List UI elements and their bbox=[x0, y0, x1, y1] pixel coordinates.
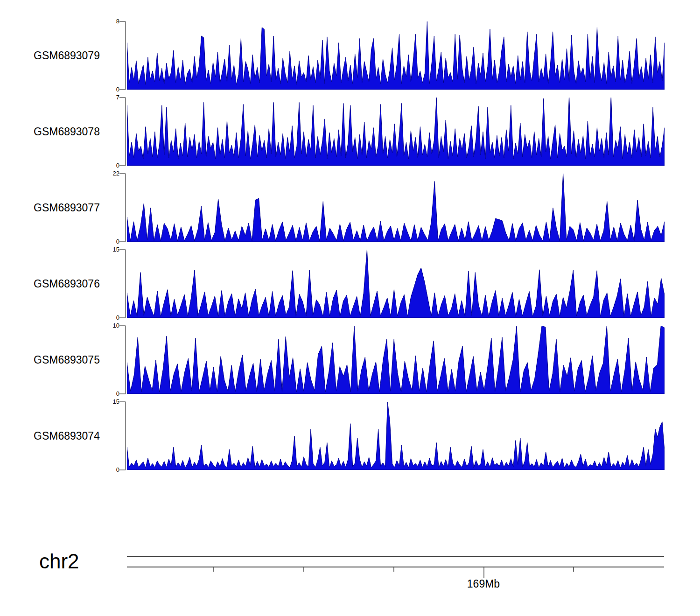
signal-area-chart bbox=[127, 174, 665, 242]
track-label: GSM6893077 bbox=[34, 201, 113, 214]
signal-polygon bbox=[127, 21, 665, 90]
signal-area-chart bbox=[127, 21, 665, 90]
ruler-tick bbox=[213, 567, 214, 572]
y-axis-max-label: 22 bbox=[96, 169, 119, 178]
y-axis-max-label: 15 bbox=[96, 245, 119, 254]
y-axis-zero-label: 0 bbox=[96, 390, 119, 398]
y-axis-zero-label: 0 bbox=[96, 238, 119, 246]
y-axis-max-label: 15 bbox=[96, 398, 119, 406]
signal-area-chart bbox=[127, 98, 665, 166]
track-label: GSM6893078 bbox=[34, 125, 113, 138]
genome-track-plot: GSM6893079 8 0 GSM6893078 7 0 GSM6893077… bbox=[0, 0, 700, 616]
track-label: GSM6893076 bbox=[34, 277, 113, 290]
y-axis-max-label: 10 bbox=[96, 322, 119, 330]
signal-polygon bbox=[127, 250, 665, 318]
y-axis-zero-label: 0 bbox=[96, 314, 119, 322]
track-label: GSM6893079 bbox=[34, 49, 113, 62]
y-axis-line bbox=[125, 98, 126, 166]
chromosome-label: chr2 bbox=[39, 548, 79, 575]
y-axis-line bbox=[125, 326, 126, 394]
ruler-axis-line bbox=[127, 567, 664, 567]
signal-polygon bbox=[127, 402, 665, 470]
y-axis-max-label: 7 bbox=[96, 93, 119, 102]
y-axis-zero-label: 0 bbox=[96, 466, 119, 474]
ruler-tick-label: 169Mb bbox=[455, 578, 511, 590]
y-axis-zero-label: 0 bbox=[96, 85, 119, 94]
signal-polygon bbox=[127, 98, 665, 166]
signal-polygon bbox=[127, 326, 665, 394]
y-axis-line bbox=[125, 402, 126, 470]
y-axis-max-label: 8 bbox=[96, 17, 119, 26]
y-axis-line bbox=[125, 250, 126, 318]
signal-polygon bbox=[127, 174, 665, 242]
track-label: GSM6893075 bbox=[34, 353, 113, 366]
y-axis-line bbox=[125, 21, 126, 90]
track-label: GSM6893074 bbox=[34, 429, 113, 442]
y-axis-line bbox=[125, 174, 126, 242]
ruler-top-line bbox=[127, 556, 664, 557]
ruler-tick bbox=[303, 567, 304, 572]
signal-area-chart bbox=[127, 250, 665, 318]
signal-area-chart bbox=[127, 402, 665, 470]
signal-area-chart bbox=[127, 326, 665, 394]
ruler-tick bbox=[393, 567, 394, 572]
ruler-tick bbox=[573, 567, 574, 572]
ruler-major-tick bbox=[483, 567, 484, 578]
y-axis-zero-label: 0 bbox=[96, 161, 119, 170]
